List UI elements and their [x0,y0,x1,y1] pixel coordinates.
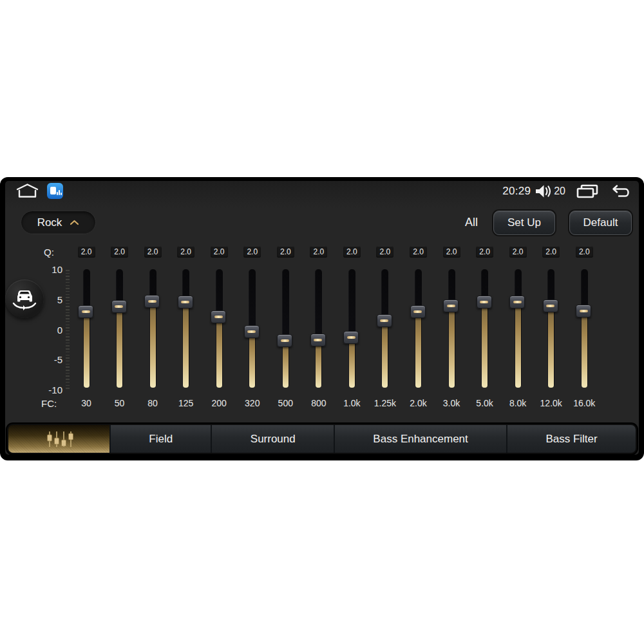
q-row-label: Q: [44,247,54,258]
eq-band-slider[interactable] [515,269,522,388]
q-value-box[interactable]: 2.0 [144,246,162,258]
car-surround-button[interactable] [5,279,44,318]
handle-gold-bar [447,305,455,307]
q-value-box[interactable]: 2.0 [243,246,261,258]
volume-level: 20 [554,185,565,197]
q-value-box[interactable]: 2.0 [78,246,95,258]
slider-fill [117,307,122,388]
eq-band-slider[interactable] [381,269,388,388]
eq-band-slider[interactable] [182,269,189,388]
bottom-tab-bar: FieldSurroundBass EnhancementBass Filter [7,424,637,454]
frequency-label: 320 [235,398,270,408]
home-icon[interactable] [15,183,39,199]
slider-handle[interactable] [244,325,260,338]
slider-fill [216,317,222,388]
handle-gold-bar [347,336,355,339]
status-bar-left [15,183,63,199]
back-icon[interactable] [611,184,632,199]
frequency-label: 1.25k [368,398,402,408]
frequency-label: 8.0k [500,398,535,408]
speaker-icon[interactable] [535,184,552,198]
q-value-box[interactable]: 2.0 [343,246,361,258]
gain-tick-ruler [66,270,70,391]
tab-equalizer[interactable] [8,425,109,453]
q-value-box[interactable]: 2.0 [410,246,427,258]
slider-handle[interactable] [410,305,426,318]
slider-fill [150,301,156,388]
slider-handle[interactable] [543,299,558,312]
q-value-box[interactable]: 2.0 [376,246,393,258]
q-value-box[interactable]: 2.0 [443,246,460,258]
eq-band-slider[interactable] [116,269,123,388]
slider-handle[interactable] [144,295,160,308]
handle-gold-bar [580,310,588,312]
frequency-label: 80 [135,398,170,408]
slider-fill [283,341,289,388]
eq-band-slider[interactable] [581,269,588,388]
eq-band-slider[interactable] [149,269,156,388]
slider-handle[interactable] [509,296,525,308]
slider-handle[interactable] [343,331,359,344]
q-value-box[interactable]: 2.0 [111,246,128,258]
eq-band-slider[interactable] [348,269,355,388]
music-app-icon[interactable] [47,183,63,199]
setup-button[interactable]: Set Up [493,211,555,235]
frequency-label: 500 [268,398,303,408]
slider-fill [415,312,421,388]
tab-field[interactable]: Field [109,425,211,453]
default-button[interactable]: Default [569,211,632,235]
tab-bass-enhancement[interactable]: Bass Enhancement [334,425,506,453]
slider-fill [548,306,554,388]
tab-label: Surround [251,433,296,446]
eq-band-slider[interactable] [547,269,554,388]
recent-apps-icon[interactable] [576,184,599,199]
slider-handle[interactable] [211,310,226,323]
q-value-box[interactable]: 2.0 [576,246,593,258]
head-unit-frame: 20:29 20 Rock All Set Up Default [0,177,644,460]
eq-band-slider[interactable] [315,269,322,388]
frequency-label: 30 [69,398,104,408]
slider-handle[interactable] [277,334,292,347]
eq-band-slider[interactable] [282,269,289,388]
slider-fill [249,332,255,388]
eq-band-slider[interactable] [448,269,455,388]
slider-fill [449,306,455,388]
all-label[interactable]: All [465,216,478,229]
slider-handle[interactable] [310,334,326,346]
q-value-box[interactable]: 2.0 [277,246,294,258]
frequency-label: 800 [301,398,336,408]
slider-handle[interactable] [111,300,127,313]
eq-band-slider[interactable] [415,269,422,388]
slider-handle[interactable] [178,296,193,308]
q-value-box[interactable]: 2.0 [310,246,327,258]
eq-band-slider[interactable] [83,269,90,388]
fc-row-label: FC: [41,398,57,409]
eq-band-slider[interactable] [249,269,256,388]
handle-gold-bar [247,330,256,333]
tab-label: Bass Filter [545,433,597,446]
frequency-label: 5.0k [468,398,502,408]
eq-band-slider[interactable] [216,269,223,388]
eq-band-slider[interactable] [481,269,488,388]
tab-surround[interactable]: Surround [211,425,334,453]
slider-fill [316,340,321,388]
slider-handle[interactable] [78,305,93,318]
preset-dropdown[interactable]: Rock [21,211,96,234]
q-value-box[interactable]: 2.0 [542,246,560,258]
slider-handle[interactable] [377,314,392,327]
slider-fill [349,337,355,388]
slider-handle[interactable] [443,299,459,312]
handle-gold-bar [214,316,223,318]
handle-gold-bar [181,301,189,303]
frequency-label: 12.0k [534,398,569,408]
q-value-box[interactable]: 2.0 [211,246,228,258]
slider-handle[interactable] [477,296,492,308]
q-value-box[interactable]: 2.0 [509,246,527,258]
slider-handle[interactable] [576,305,591,317]
q-value-box[interactable]: 2.0 [177,246,194,258]
equalizer-sliders-icon [44,430,74,449]
tab-bass-filter[interactable]: Bass Filter [506,425,636,453]
car-surround-icon [11,286,38,312]
chevron-up-icon [70,220,79,225]
q-value-box[interactable]: 2.0 [476,246,493,258]
